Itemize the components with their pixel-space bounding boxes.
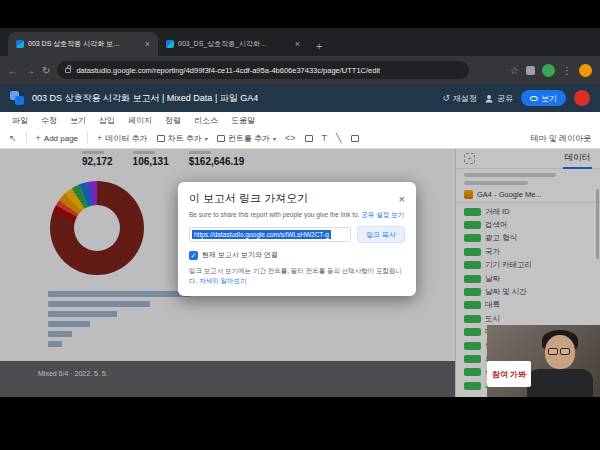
tab-close-icon[interactable]: × [145,39,150,49]
eye-icon [530,96,538,101]
browser-menu-icon[interactable]: ⋮ [562,65,572,76]
chevron-down-icon: ▾ [205,135,208,142]
plus-icon: + [36,133,41,143]
shape-icon[interactable] [351,135,359,142]
bookmark-star-icon[interactable]: ☆ [510,65,519,76]
video-frame: 003 DS 상호작용 시각화 보… × 003_DS_상호작용_시각화… × … [0,0,600,450]
browser-tab-1[interactable]: 003 DS 상호작용 시각화 보… × [8,32,158,56]
copy-link-button[interactable]: 링크 복사 [357,226,405,243]
browser-tabbar: 003 DS 상호작용 시각화 보… × 003_DS_상호작용_시각화… × … [0,28,600,56]
profile-avatar[interactable] [542,64,555,77]
text-icon[interactable]: T [322,133,328,143]
cursor-icon[interactable]: ↖ [9,133,17,143]
dialog-subtitle: Be sure to share this report with people… [189,211,360,218]
reset-label: 재설정 [453,93,477,104]
report-title: 003 DS 상호작용 시각화 보고서 | Mixed Data | 파일 GA… [32,92,258,105]
embed-code-icon[interactable]: <> [285,133,296,143]
menu-resource[interactable]: 리소스 [194,115,218,126]
edit-toolbar: ↖ + Add page + 데이터 추가 차트 추가 ▾ 컨트롤 추가 ▾ <… [0,128,600,149]
user-avatar[interactable] [574,90,590,106]
report-link-selected-text: https://datastudio.google.com/s/iWLsHW2C… [192,230,331,239]
menu-file[interactable]: 파일 [12,115,28,126]
add-control-label: 컨트롤 추가 [228,133,270,144]
menu-view[interactable]: 보기 [70,115,86,126]
menu-help[interactable]: 도움말 [231,115,255,126]
tab-label: 003 DS 상호작용 시각화 보… [28,39,120,49]
extensions-icon[interactable] [526,66,535,75]
url-text: datastudio.google.com/reporting/4d99f3f4… [76,66,380,75]
reset-button[interactable]: ↺ 재설정 [442,93,477,104]
browser-actions: ☆ ⋮ [510,64,592,77]
add-data-button[interactable]: + 데이터 추가 [97,133,148,144]
add-data-label: 데이터 추가 [105,133,147,144]
browser-addressbar: ← → ↻ datastudio.google.com/reporting/4d… [0,56,600,84]
person-add-icon [485,94,494,103]
learn-more-link[interactable]: 자세히 알아보기 [199,277,246,284]
back-icon[interactable]: ← [8,65,18,76]
menu-bar: 파일 수정 보기 삽입 페이지 정렬 리소스 도움말 [0,112,600,128]
lock-icon [65,68,71,73]
tab-favicon [166,40,174,48]
add-page-label: Add page [44,134,78,143]
view-button[interactable]: 보기 [521,90,566,106]
checkbox-label: 현재 보고서 보기와 연결 [202,250,278,260]
url-bar[interactable]: datastudio.google.com/reporting/4d99f3f4… [57,61,469,79]
tab-favicon [16,40,24,48]
view-label: 보기 [541,93,557,104]
share-label: 공유 [497,93,513,104]
chevron-down-icon: ▾ [273,135,276,142]
toolbar-divider [26,132,27,144]
new-tab-button[interactable]: + [316,40,322,52]
datastudio-logo-icon[interactable] [10,91,24,105]
share-button[interactable]: 공유 [485,93,513,104]
sharing-settings-link[interactable]: 공유 설정 보기 [361,211,404,218]
webcam-overlay: 참여 가봐 [487,325,600,397]
forward-icon[interactable]: → [25,65,35,76]
presenter-glasses [548,348,570,355]
add-control-button[interactable]: 컨트롤 추가 ▾ [217,133,276,144]
dialog-title: 이 보고서 링크 가져오기 [189,191,308,206]
add-chart-label: 차트 추가 [168,133,202,144]
tab-close-icon[interactable]: × [295,39,300,49]
report-link-input[interactable]: https://datastudio.google.com/s/iWLsHW2C… [189,227,351,242]
get-report-link-dialog: 이 보고서 링크 가져오기 × Be sure to share this re… [178,182,416,296]
account-avatar[interactable] [579,64,592,77]
link-to-current-view-checkbox[interactable]: ✓ [189,251,198,260]
image-icon[interactable] [305,135,313,142]
browser-tab-2[interactable]: 003_DS_상호작용_시각화… × [158,32,308,56]
tab-label: 003_DS_상호작용_시각화… [178,39,267,49]
add-chart-button[interactable]: 차트 추가 ▾ [157,133,208,144]
plus-icon: + [97,133,102,143]
menu-edit[interactable]: 수정 [41,115,57,126]
toolbar-divider [87,132,88,144]
close-icon[interactable]: × [399,193,405,205]
add-page-button[interactable]: + Add page [36,133,79,143]
theme-layout-button[interactable]: 테마 및 레이아웃 [531,133,591,144]
line-icon[interactable]: ╲ [336,133,341,143]
control-icon [217,135,225,142]
presenter-torso [527,369,593,397]
reset-icon: ↺ [442,93,450,103]
chart-icon [157,135,165,142]
app-header: 003 DS 상호작용 시각화 보고서 | Mixed Data | 파일 GA… [0,84,600,112]
menu-page[interactable]: 페이지 [128,115,152,126]
menu-arrange[interactable]: 정렬 [165,115,181,126]
webcam-caption: 참여 가봐 [487,361,531,387]
refresh-icon[interactable]: ↻ [42,65,50,76]
menu-insert[interactable]: 삽입 [99,115,115,126]
